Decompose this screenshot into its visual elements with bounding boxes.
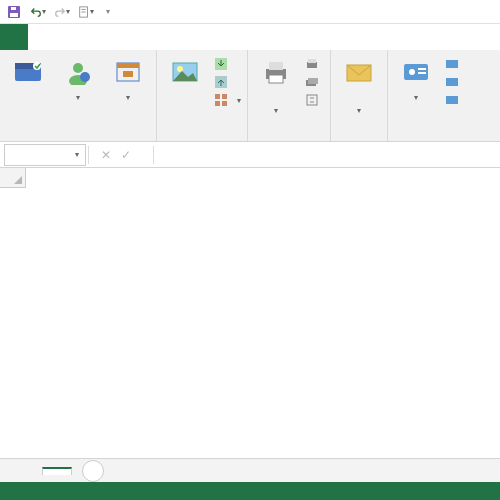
svg-rect-35: [418, 72, 426, 74]
group-label-storage: [6, 136, 150, 141]
formula-input[interactable]: [156, 144, 500, 166]
locate-icon: [112, 56, 144, 88]
extract2-icon: [444, 92, 460, 108]
quick-access-toolbar: ▾ ▾ ▾ ▾: [0, 0, 500, 24]
picture-browse-button[interactable]: [163, 52, 207, 90]
status-bar: [0, 482, 500, 500]
personal-button[interactable]: ▾: [56, 52, 100, 103]
svg-rect-19: [215, 94, 220, 99]
more-picture-button[interactable]: ▾: [213, 92, 241, 108]
add-sheet-button[interactable]: [82, 460, 104, 482]
confirm-icon[interactable]: ✓: [121, 148, 131, 162]
tab-view[interactable]: [172, 24, 196, 50]
tab-formula[interactable]: [100, 24, 124, 50]
mail-icon: [343, 56, 375, 88]
sheet-tab[interactable]: [42, 467, 72, 475]
id-input-button[interactable]: [444, 56, 464, 72]
ribbon-group-storage: ▾ ▾: [0, 50, 157, 141]
svg-rect-27: [308, 59, 316, 63]
storage-button[interactable]: [6, 52, 50, 90]
grid-icon: [213, 92, 229, 108]
id-label: ▾: [414, 90, 418, 103]
print-batch-icon: [304, 74, 320, 90]
new-doc-icon[interactable]: ▾: [78, 4, 94, 20]
import-picture-button[interactable]: [213, 56, 241, 72]
ribbon-group-print: ▾: [248, 50, 331, 141]
svg-rect-20: [222, 94, 227, 99]
print-batch-button[interactable]: [304, 74, 324, 90]
svg-rect-14: [123, 71, 133, 77]
print-current-icon: [304, 56, 320, 72]
person-icon: [62, 56, 94, 88]
extract-icon: [444, 74, 460, 90]
ribbon: ▾ ▾ ▾ ▾: [0, 50, 500, 142]
svg-rect-1: [10, 13, 18, 17]
tab-file[interactable]: [0, 24, 28, 50]
print-duplex-button[interactable]: [304, 92, 324, 108]
id-extract1-button[interactable]: [444, 74, 464, 90]
group-label-id: [394, 136, 464, 141]
input-icon: [444, 56, 460, 72]
svg-point-16: [177, 66, 183, 72]
ribbon-group-picture: ▾: [157, 50, 248, 141]
svg-rect-21: [215, 101, 220, 106]
export-picture-button[interactable]: [213, 74, 241, 90]
id-extract2-button[interactable]: [444, 92, 464, 108]
print-duplex-icon: [304, 92, 320, 108]
svg-rect-29: [308, 78, 318, 84]
svg-rect-30: [307, 95, 317, 105]
svg-rect-24: [269, 62, 283, 70]
id-card-icon: [400, 56, 432, 88]
storage-icon: [12, 56, 44, 88]
formula-bar: ▾ ✕ ✓: [0, 142, 500, 168]
locate-label: ▾: [126, 90, 130, 103]
undo-icon[interactable]: ▾: [30, 4, 46, 20]
save-icon[interactable]: [6, 4, 22, 20]
tab-home[interactable]: [28, 24, 52, 50]
group-label-picture: [163, 136, 241, 141]
svg-rect-2: [11, 7, 16, 10]
menu-tabs: [0, 24, 500, 50]
print-button[interactable]: ▾: [254, 52, 298, 115]
ribbon-group-id: ▾: [388, 50, 470, 141]
svg-point-11: [80, 72, 90, 82]
svg-rect-25: [269, 75, 283, 83]
id-button[interactable]: ▾: [394, 52, 438, 103]
svg-point-9: [73, 63, 83, 73]
tab-data[interactable]: [124, 24, 148, 50]
tab-addon[interactable]: [196, 24, 220, 50]
ribbon-group-mail: ▾: [331, 50, 388, 141]
personal-label: ▾: [76, 90, 80, 103]
name-box[interactable]: ▾: [4, 144, 86, 166]
svg-point-33: [409, 69, 415, 75]
svg-rect-34: [418, 68, 426, 70]
svg-rect-22: [222, 101, 227, 106]
svg-rect-36: [446, 60, 458, 68]
mail-button[interactable]: ▾: [337, 52, 381, 115]
select-all-corner[interactable]: [0, 168, 26, 188]
picture-icon: [169, 56, 201, 88]
group-label-mail: [337, 136, 381, 141]
tab-pagelayout[interactable]: [76, 24, 100, 50]
print-label: ▾: [274, 90, 278, 115]
group-label-print: [254, 136, 324, 141]
import-icon: [213, 56, 229, 72]
sheet-tab-bar: [0, 458, 500, 482]
locate-button[interactable]: ▾: [106, 52, 150, 103]
redo-icon[interactable]: ▾: [54, 4, 70, 20]
cancel-icon[interactable]: ✕: [101, 148, 111, 162]
svg-rect-38: [446, 96, 458, 104]
printer-icon: [260, 56, 292, 88]
svg-rect-13: [117, 63, 139, 68]
mail-label: ▾: [357, 90, 361, 115]
qat-customize-icon[interactable]: ▾: [106, 7, 110, 16]
svg-rect-37: [446, 78, 458, 86]
tab-review[interactable]: [148, 24, 172, 50]
tab-insert[interactable]: [52, 24, 76, 50]
print-current-button[interactable]: [304, 56, 324, 72]
export-icon: [213, 74, 229, 90]
